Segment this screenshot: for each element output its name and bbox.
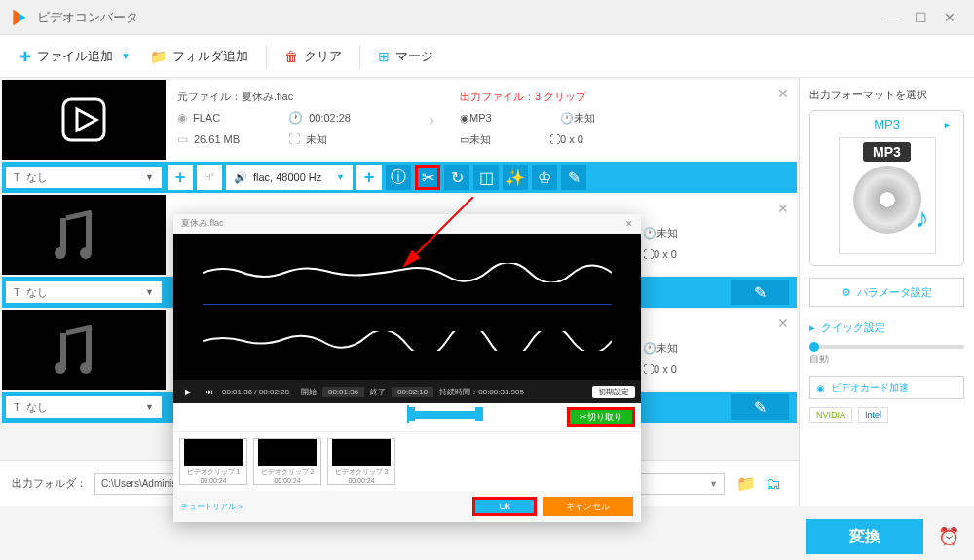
subtitle-select[interactable]: T なし▼ [6,396,162,418]
separator [266,45,267,68]
timer-button[interactable]: ⏰ [935,523,962,550]
output-duration: 未知 [656,341,678,355]
output-dimension: 0 x 0 [654,363,677,375]
cut-clip-button[interactable]: ✂ 切り取り [567,407,635,427]
file-row: 元ファイル：夏休み.flac ◉FLAC🕐00:02:28 ▭26.61 MB⛶… [2,80,797,160]
add-file-label: ファイル追加 [37,48,113,65]
clock-icon: 🕐 [560,112,574,125]
minimize-button[interactable]: — [877,8,906,27]
clips-row: ビデオクリップ 100:00:24 ビデオクリップ 200:00:24 ビデオク… [173,432,641,491]
app-logo-icon [10,8,29,27]
remove-file-button[interactable]: ✕ [777,86,789,101]
waveform-display[interactable] [173,234,641,380]
trim-end-handle[interactable] [475,407,483,421]
source-file-label: 元ファイル：夏休み.flac [177,86,417,107]
end-time[interactable]: 00:02:10 [392,387,433,397]
edit-button[interactable]: ✎ [730,280,789,305]
disc-icon: ♪ [853,166,921,234]
info-button[interactable]: ⓘ [386,165,411,190]
gpu-logos: NVIDIA Intel [809,407,964,423]
reset-button[interactable]: 初期設定 [592,386,635,398]
video-thumbnail[interactable] [2,80,166,160]
add-audio-button[interactable]: + [356,165,382,190]
dialog-titlebar: 夏休み.flac ✕ [173,214,641,234]
clip-item[interactable]: ビデオクリップ 300:00:24 [327,438,395,485]
nvidia-badge: NVIDIA [809,407,852,423]
slider-knob[interactable] [809,342,819,352]
svg-marker-1 [19,13,26,20]
hd-button[interactable]: H° [197,165,222,190]
format-badge: MP3 [863,142,911,162]
format-preview: MP3 ♪ [839,137,936,254]
remove-file-button[interactable]: ✕ [777,201,789,216]
rotate-button[interactable]: ↻ [444,165,469,190]
cancel-button[interactable]: キャンセル [543,497,633,516]
edit-button[interactable]: ✎ [561,165,586,190]
titlebar: ビデオコンバータ — ☐ ✕ [0,0,974,35]
svg-point-6 [55,247,66,259]
clock-icon: 🕐 [643,342,656,355]
parameter-settings-button[interactable]: ⚙パラメータ設定 [809,278,964,307]
quick-settings-label: ▸クイック設定 [809,320,964,335]
clear-button[interactable]: 🗑クリア [275,39,352,74]
dimension-icon: ⛶ [643,248,654,260]
quality-auto-label: 自動 [809,353,964,366]
effects-button[interactable]: ✨ [503,165,528,190]
output-folder-label: 出力フォルダ： [12,476,87,491]
merge-label: マージ [395,48,433,65]
cut-button[interactable]: ✂ [415,165,440,190]
source-duration: 00:02:28 [309,112,351,124]
add-folder-button[interactable]: 📁フォルダ追加 [140,39,258,74]
remove-file-button[interactable]: ✕ [777,316,789,331]
audio-track-select[interactable]: 🔊 flac, 48000 Hz▼ [226,165,353,190]
audio-thumbnail[interactable] [2,310,166,390]
dimension-icon: ⛶ [549,133,560,145]
add-file-button[interactable]: ✚ファイル追加▼ [10,39,140,74]
output-duration: 未知 [574,111,595,126]
source-dimension: 未知 [306,132,327,147]
tutorial-link[interactable]: チュートリアル > [181,502,243,512]
dimension-icon: ⛶ [288,132,300,146]
output-dimension: 0 x 0 [560,133,583,145]
clock-icon: 🕐 [288,111,303,125]
duration-label: 持続時間： [439,387,478,397]
next-frame-button[interactable]: ⏭ [201,383,218,400]
close-button[interactable]: ✕ [935,8,964,27]
size-icon: ▭ [177,132,188,146]
svg-point-7 [80,247,92,259]
start-time[interactable]: 00:01:36 [322,387,364,397]
end-label: 終了 [370,387,386,397]
gpu-accel-button[interactable]: ◉ビデオカード加速 [809,376,964,399]
dialog-close-button[interactable]: ✕ [625,219,633,229]
browse-folder-button[interactable]: 📁 [732,470,760,498]
play-button[interactable]: ▶ [179,383,197,400]
subtitle-select[interactable]: T なし▼ [6,167,162,188]
dialog-footer: チュートリアル > Ok キャンセル [173,491,641,522]
subtitle-select[interactable]: T なし▼ [6,281,162,303]
trim-timeline[interactable]: ✂ 切り取り [173,403,641,432]
source-size: 26.61 MB [194,133,240,145]
svg-rect-4 [60,218,66,251]
clip-item[interactable]: ビデオクリップ 100:00:24 [179,438,247,485]
svg-point-11 [80,362,92,374]
crop-button[interactable]: ◫ [473,165,499,190]
merge-button[interactable]: ⊞マージ [368,39,443,74]
quality-slider[interactable] [809,345,964,349]
clear-label: クリア [304,48,342,65]
svg-point-10 [55,362,66,374]
edit-toolbar: T なし▼ + H° 🔊 flac, 48000 Hz▼ + ⓘ ✂ ↻ ◫ ✨… [2,162,797,193]
watermark-button[interactable]: ♔ [532,165,557,190]
ok-button[interactable]: Ok [472,497,537,516]
maximize-button[interactable]: ☐ [906,8,935,27]
playhead[interactable] [407,405,409,423]
clip-item[interactable]: ビデオクリップ 200:00:24 [253,438,321,485]
format-selector[interactable]: MP3▸ MP3 ♪ [809,110,964,266]
convert-button[interactable]: 変換 [806,519,923,554]
audio-thumbnail[interactable] [2,195,166,275]
add-subtitle-button[interactable]: + [168,165,193,190]
dimension-icon: ⛶ [643,363,654,375]
svg-rect-9 [86,327,92,366]
clock-icon: 🕐 [643,227,656,240]
edit-button[interactable]: ✎ [730,394,789,420]
open-folder-button[interactable]: 🗂 [760,470,787,498]
